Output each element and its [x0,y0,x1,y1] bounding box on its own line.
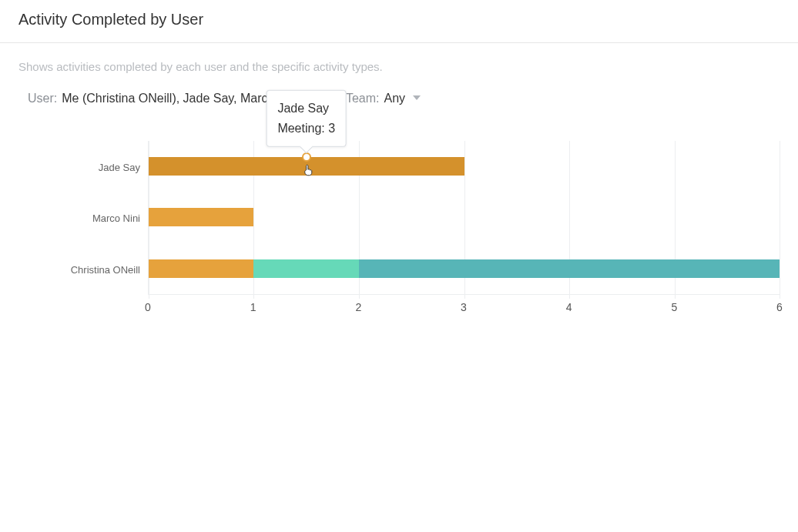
y-tick-label: Marco Nini [18,213,140,223]
filters-bar: User: Me (Christina ONeill), Jade Say, M… [0,73,798,105]
gridline [780,141,780,299]
x-tick-label: 6 [776,301,783,313]
y-tick-label: Christina ONeill [18,265,140,275]
report-header: Activity Completed by User [0,0,798,43]
x-axis-labels: 0123456 [148,301,780,320]
filter-team[interactable]: Team: Any [346,92,421,105]
filter-team-label: Team: [346,92,380,105]
bar-segment[interactable] [253,259,358,278]
bar-track [149,259,780,278]
chart-row[interactable] [149,192,780,243]
bar-track [149,157,780,176]
report-description: Shows activities completed by each user … [0,43,798,73]
x-tick-label: 5 [671,301,677,313]
chart-row[interactable] [149,243,780,294]
chevron-down-icon [413,95,421,100]
y-axis-labels: Jade SayMarco NiniChristina ONeill [18,142,148,296]
x-tick-label: 4 [566,301,572,313]
chart-row[interactable] [149,141,780,192]
bar-segment[interactable] [149,259,253,278]
y-tick-label: Jade Say [18,162,140,172]
tooltip-user: Jade Say [277,99,335,119]
bar-segment[interactable] [359,259,780,278]
filter-user-value: Me (Christina ONeill), Jade Say, Marco N… [62,92,299,105]
bar-segment[interactable] [149,208,253,226]
x-tick-label: 0 [145,301,151,313]
filter-user-label: User: [28,92,57,105]
chart-container: Jade SayMarco NiniChristina ONeill Jade … [18,141,780,320]
x-tick-label: 3 [461,301,467,313]
x-tick-label: 2 [355,301,361,313]
filter-team-value: Any [384,92,406,105]
bar-track [149,208,780,226]
report-title: Activity Completed by User [18,11,780,28]
chart-plot-area[interactable]: Jade SayMeeting: 3 [148,141,780,295]
chart-tooltip: Jade SayMeeting: 3 [266,90,347,146]
x-tick-label: 1 [250,301,256,313]
tooltip-metric: Meeting: 3 [277,119,335,139]
tooltip-marker [302,152,311,162]
